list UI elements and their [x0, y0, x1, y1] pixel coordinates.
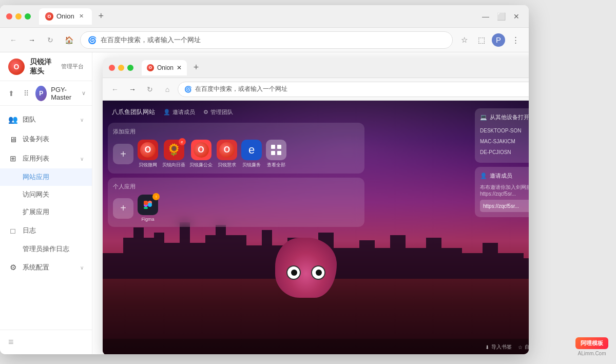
sidebar-item-settings[interactable]: ⚙ 系统配置 ∨	[0, 258, 92, 277]
app-icon-service: O	[217, 140, 237, 160]
minimize-btn[interactable]	[15, 13, 22, 20]
collections-icon[interactable]: ⬚	[474, 33, 489, 47]
tab-bar: O Onion ✕ +	[39, 8, 475, 25]
settings-label: 系统配置	[23, 263, 75, 272]
add-team-app-btn[interactable]: +	[113, 144, 133, 164]
inner-reload-btn[interactable]: ↻	[143, 82, 157, 97]
app-icon-all	[266, 140, 286, 160]
devices-panel-icon: 💻	[480, 114, 487, 121]
device-item-2[interactable]: MAC-SJAKICM 124项目 ›	[480, 136, 529, 147]
invite-panel: 👤 邀请成员 布布邀请你加入剑网服请，请请点击： https://zqcf5sr…	[475, 167, 529, 217]
log-label: 日志	[23, 226, 84, 235]
invite-desc: 布布邀请你加入剑网服请，请请点击： https://zqcf5sr...	[480, 184, 529, 197]
inner-home-btn[interactable]: ⌂	[160, 82, 175, 97]
customize-btn[interactable]: ☆ 自定义	[518, 343, 529, 351]
brand-info: 贝锐洋葱头	[30, 58, 56, 76]
home-btn[interactable]: 🏠	[62, 33, 76, 47]
devices-label: 设备列表	[23, 135, 84, 144]
app-label-onion: 贝锐微网	[139, 162, 157, 168]
sidebar-item-gateway[interactable]: 访问网关	[0, 186, 92, 203]
app-item-public[interactable]: O 贝锐廉公众	[189, 140, 213, 168]
close-window-icon[interactable]: ✕	[510, 10, 523, 23]
close-btn[interactable]	[6, 13, 12, 20]
app-item-all[interactable]: 查看全部	[266, 140, 286, 168]
new-tab-btn[interactable]: +	[94, 9, 108, 24]
navbar-right: ☆ ⬚ P ⋮	[457, 33, 523, 47]
add-personal-app-btn[interactable]: +	[113, 198, 133, 219]
inner-navbar: ← → ↻ ⌂ 🌀 在百度中搜索，或者输入一个网址	[103, 78, 529, 101]
inner-close-btn[interactable]	[109, 65, 115, 71]
creature-right-eye	[311, 265, 325, 280]
inner-search-bar[interactable]: 🌀 在百度中搜索，或者输入一个网址	[178, 82, 529, 97]
creature	[275, 238, 337, 304]
sidebar-item-apps[interactable]: ⊞ 应用列表 ∨	[0, 149, 92, 168]
back-btn[interactable]: ←	[6, 33, 21, 47]
maximize-btn[interactable]	[25, 13, 31, 20]
app-icon-onion: O	[138, 140, 158, 160]
app-item-onion[interactable]: O 贝锐微网	[138, 140, 158, 168]
upload-icon[interactable]: ⬆	[6, 86, 17, 101]
sidebar-item-log[interactable]: □ 日志	[0, 221, 92, 240]
invite-link-input[interactable]	[480, 200, 529, 212]
team-apps-row: + O 贝锐微网 🌻	[113, 140, 359, 168]
device-item-3[interactable]: DE-PCJIOSN 244项目 ›	[480, 147, 529, 158]
app-item-service[interactable]: O 贝锐慧求	[217, 140, 237, 168]
user-avatar[interactable]: P	[35, 86, 47, 101]
inner-maximize-btn[interactable]	[127, 65, 133, 71]
window-nav-controls: — ⬜ ✕	[479, 10, 523, 23]
sidebar-item-team[interactable]: 👥 团队 ∨	[0, 110, 92, 129]
import-bookmarks-btn[interactable]: ⬇ 导入书签	[485, 343, 512, 351]
right-panels: 💻 从其他设备打开的标签页 查看更多 > DESKTOOP-SON 项目 › M	[475, 108, 529, 217]
inner-new-tab-btn[interactable]: +	[189, 61, 203, 75]
device-item-1[interactable]: DESKTOOP-SON 项目 ›	[480, 125, 529, 136]
svg-rect-8	[144, 207, 148, 209]
log-icon: □	[8, 226, 17, 235]
brand-name: 贝锐洋葱头	[30, 58, 56, 76]
site-name: 八爪鱼团队网站	[112, 108, 155, 117]
device-name-1: DESKTOOP-SON	[480, 128, 521, 133]
user-dropdown-icon[interactable]: ∨	[82, 90, 86, 97]
minimize-window-icon[interactable]: —	[479, 10, 492, 23]
active-tab[interactable]: O Onion ✕	[39, 8, 92, 25]
invite-input-row: 复制	[480, 200, 529, 212]
app-item-sunflower[interactable]: 🌻 e 贝锐向日葵	[162, 140, 185, 168]
tab-close-btn[interactable]: ✕	[78, 12, 86, 21]
creature-body	[275, 238, 337, 298]
manage-tab[interactable]: ⚙ 管理团队	[203, 108, 233, 116]
sidebar-footer[interactable]: ≡	[0, 330, 92, 354]
web-apps-label: 网站应用	[23, 173, 49, 182]
inner-forward-btn[interactable]: →	[125, 82, 140, 97]
app-item-figma[interactable]: ! Figma	[138, 195, 158, 222]
sidebar-top-bar: ⬆ ⠿ P PGY-Master ∨	[0, 81, 92, 106]
sidebar-item-ext-apps[interactable]: 扩展应用	[0, 203, 92, 221]
personal-apps-row: + ! Figma	[113, 195, 359, 222]
bookmark-star-icon[interactable]: ☆	[457, 33, 471, 47]
team-chevron-icon: ∨	[80, 117, 84, 123]
reload-btn[interactable]: ↻	[43, 33, 57, 47]
inner-minimize-btn[interactable]	[118, 65, 124, 71]
app-item-blue[interactable]: e 贝锐廉务	[241, 140, 262, 168]
inner-back-btn[interactable]: ←	[108, 82, 122, 97]
invite-panel-header: 👤 邀请成员	[480, 172, 529, 180]
gateway-label: 访问网关	[23, 190, 49, 199]
menu-icon[interactable]: ⋮	[508, 33, 523, 47]
apps-grid-icon[interactable]: ⠿	[21, 86, 32, 101]
watermark-logo: 阿哩模板	[575, 337, 608, 349]
sidebar-item-web-apps[interactable]: 网站应用	[0, 168, 92, 186]
restore-window-icon[interactable]: ⬜	[495, 10, 507, 23]
inner-tab-close-btn[interactable]: ✕	[177, 64, 182, 71]
svg-rect-2	[277, 145, 281, 149]
svg-rect-4	[277, 151, 281, 155]
inner-tab-title: Onion	[157, 64, 174, 71]
outer-search-bar[interactable]: 🌀 在百度中搜索，或者输入一个网址	[80, 31, 453, 49]
outer-body: O 贝锐洋葱头 管理平台 ⬆ ⠿ P PGY-Master ∨ 👥 团队 ∨	[0, 52, 529, 354]
forward-btn[interactable]: →	[25, 33, 39, 47]
personal-apps-label: 个人应用	[113, 183, 359, 190]
sidebar-item-admin-log[interactable]: 管理员操作日志	[0, 240, 92, 258]
profile-avatar[interactable]: P	[492, 33, 505, 47]
invite-tab[interactable]: 👤 邀请成员	[163, 108, 195, 116]
app-label-sunflower: 贝锐向日葵	[162, 162, 185, 168]
inner-active-tab[interactable]: O Onion ✕	[142, 60, 187, 75]
sidebar-item-devices[interactable]: 🖥 设备列表	[0, 129, 92, 149]
inner-search-text: 在百度中搜索，或者输入一个网址	[195, 85, 287, 93]
